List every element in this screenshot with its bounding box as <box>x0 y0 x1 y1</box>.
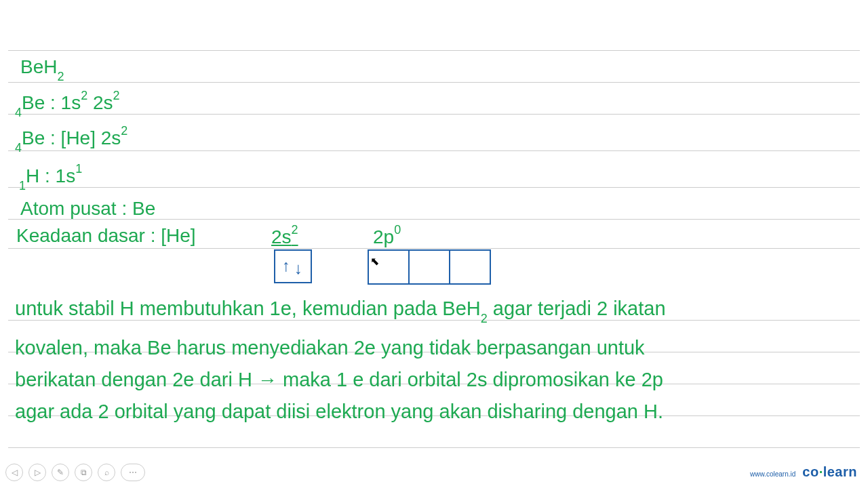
footer-url: www.colearn.id <box>750 470 795 478</box>
orbital-box-2p <box>368 249 491 285</box>
prev-button[interactable]: ◁ <box>5 464 23 481</box>
footer-logo: co·learn <box>802 464 857 480</box>
config-text: Be : [He] 2s <box>22 127 121 148</box>
config-sup: 1 <box>75 162 82 176</box>
pen-icon: ✎ <box>57 468 64 477</box>
compound-sub: 2 <box>57 70 64 83</box>
prev-icon: ◁ <box>12 468 18 477</box>
note-line-1: untuk stabil H membutuhkan 1e, kemudian … <box>15 293 848 332</box>
config-sup2: 2 <box>113 89 120 102</box>
central-atom-text: Atom pusat : Be <box>20 198 155 219</box>
orbital-box-2s: ↑ ↓ <box>274 249 312 283</box>
config-sup: 2 <box>121 124 127 138</box>
zoom-button[interactable]: ⌕ <box>98 464 115 481</box>
atomic-number: 1 <box>19 179 26 192</box>
line-ground-state: Keadaan dasar : [He] <box>16 226 196 245</box>
orbital-cell <box>449 249 491 285</box>
footer: www.colearn.id co·learn <box>750 464 857 480</box>
note-text: agar terjadi 2 ikatan <box>488 298 666 319</box>
orbital-cell <box>408 249 450 285</box>
note-sub: 2 <box>481 312 488 325</box>
logo-pre: co <box>802 464 818 479</box>
orbital-label-2p: 2p0 <box>373 226 401 247</box>
orbital-text: 2p <box>373 226 394 247</box>
config-text: Be : 1s <box>22 92 81 113</box>
orbital-sup: 2 <box>292 223 298 237</box>
copy-button[interactable]: ⧉ <box>75 464 92 481</box>
explanation-text: untuk stabil H membutuhkan 1e, kemudian … <box>15 293 848 428</box>
spin-down-icon: ↓ <box>294 259 302 278</box>
orbital-sup: 0 <box>394 223 401 237</box>
cursor-icon: ⬉ <box>370 255 379 268</box>
line-h-config: 1H : 1s1 <box>19 165 82 189</box>
config-text2: 2s <box>87 92 113 113</box>
atomic-number: 4 <box>15 141 22 155</box>
notebook-area: BeH2 4Be : 1s2 2s2 4Be : [He] 2s2 1H : 1… <box>0 0 868 41</box>
copy-icon: ⧉ <box>81 468 87 477</box>
spin-up-icon: ↑ <box>282 256 290 275</box>
note-line-2: kovalen, maka Be harus menyediakan 2e ya… <box>15 332 848 364</box>
note-line-4: agar ada 2 orbital yang dapat diisi elek… <box>15 396 848 428</box>
next-button[interactable]: ▷ <box>28 464 46 481</box>
atomic-number: 4 <box>15 106 22 119</box>
orbital-text: 2s <box>271 226 292 247</box>
more-icon: ⋯ <box>129 468 137 477</box>
orbital-label-2s: 2s2 <box>271 226 298 247</box>
line-be-config-noble: 4Be : [He] 2s2 <box>15 127 127 151</box>
ground-state-label: Keadaan dasar : [He] <box>16 225 196 246</box>
line-central-atom: Atom pusat : Be <box>20 199 155 218</box>
more-button[interactable]: ⋯ <box>121 464 145 481</box>
pen-button[interactable]: ✎ <box>52 464 69 481</box>
line-be-config-full: 4Be : 1s2 2s2 <box>15 92 120 116</box>
next-icon: ▷ <box>35 468 41 477</box>
note-line-3: berikatan dengan 2e dari H → maka 1 e da… <box>15 364 848 396</box>
toolbar: ◁ ▷ ✎ ⧉ ⌕ ⋯ <box>5 464 145 481</box>
compound-text: BeH <box>20 56 57 77</box>
zoom-icon: ⌕ <box>104 468 109 477</box>
config-sup: 2 <box>81 89 87 102</box>
logo-post: learn <box>823 464 857 479</box>
note-text: untuk stabil H membutuhkan 1e, kemudian … <box>15 298 481 319</box>
line-compound: BeH2 <box>20 58 64 80</box>
config-text: H : 1s <box>26 165 75 186</box>
